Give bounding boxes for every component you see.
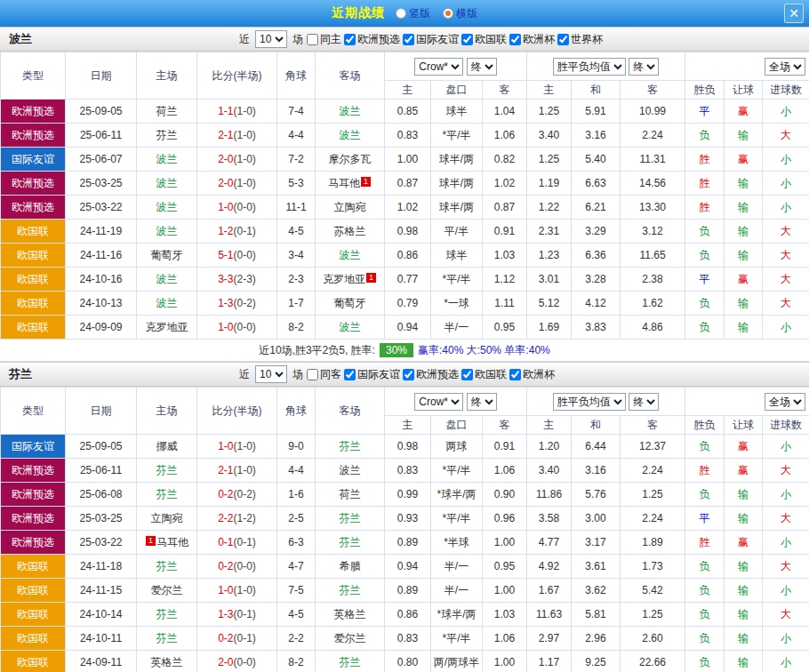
col-header-home: 主场 <box>137 388 197 435</box>
team-name-text: 芬兰 <box>156 560 178 572</box>
checkbox-input[interactable] <box>307 34 318 45</box>
team-bar: 波兰 近 10 场 同主欧洲预选国际友谊欧国联欧洲杯世界杯 <box>0 27 809 52</box>
filter-checkbox[interactable]: 欧国联 <box>461 32 507 47</box>
mean-draw-odds: 3.28 <box>572 268 621 292</box>
result-handicap: 输 <box>725 507 763 531</box>
checkbox-input[interactable] <box>509 369 521 380</box>
odds-selects-cell: Crow* 终 <box>385 52 527 81</box>
match-type-badge: 国际友谊 <box>1 435 66 459</box>
match-date: 25-03-25 <box>66 507 137 531</box>
result-win-draw-loss: 胜 <box>685 172 725 196</box>
match-score: 1-2(0-1) <box>197 220 277 244</box>
handicap-line: 平/半 <box>431 220 483 244</box>
filter-checkbox[interactable]: 同客 <box>307 367 341 382</box>
corner-count: 8-2 <box>277 651 316 672</box>
match-row: 欧国联24-10-14芬兰1-3(0-1)4-5英格兰0.86*球半/两1.03… <box>1 603 809 627</box>
match-date: 25-06-11 <box>66 459 137 483</box>
checkbox-label: 世界杯 <box>571 32 603 47</box>
close-button[interactable]: ✕ <box>784 4 804 23</box>
corner-count: 4-5 <box>277 603 316 627</box>
odds-source-select[interactable]: Crow* <box>414 58 463 76</box>
filter-checkbox[interactable]: 欧洲杯 <box>509 367 555 382</box>
checkbox-input[interactable] <box>344 369 356 380</box>
filter-checkbox[interactable]: 国际友谊 <box>344 367 400 382</box>
sub-header-let: 让球 <box>725 81 763 100</box>
match-row: 欧国联24-10-16波兰3-3(2-3)2-3克罗地亚10.77*平/半1.1… <box>1 268 809 292</box>
team-name-text: 摩尔多瓦 <box>329 153 372 165</box>
scope-select[interactable]: 全场 <box>765 393 805 411</box>
odds-time-select[interactable]: 终 <box>467 58 497 76</box>
checkbox-input[interactable] <box>403 369 414 380</box>
mean-away-odds: 2.24 <box>621 124 685 148</box>
checkbox-input[interactable] <box>403 34 414 45</box>
sub-header-odds-away: 客 <box>483 81 527 100</box>
away-team-cell: 荷兰 <box>316 483 385 507</box>
mean-home-odds: 1.25 <box>527 100 572 124</box>
recent-count-select[interactable]: 10 <box>255 30 287 48</box>
checkbox-input[interactable] <box>461 34 473 45</box>
filter-checkbox[interactable]: 国际友谊 <box>403 32 459 47</box>
filter-checkbox[interactable]: 欧国联 <box>461 367 507 382</box>
match-type-badge: 欧国联 <box>1 555 66 579</box>
handicap-line: 球半/两 <box>431 172 483 196</box>
mean-away-odds: 2.38 <box>621 268 685 292</box>
match-type-badge: 欧洲预选 <box>1 124 66 148</box>
handicap-line: *球半/两 <box>431 483 483 507</box>
checkbox-input[interactable] <box>509 34 521 45</box>
matches-table: 类型 日期 主场 比分(半场) 角球 客场 Crow* 终 胜平负均值 终 全场 <box>0 52 809 340</box>
result-goals: 小 <box>763 483 809 507</box>
summary-bar: 近10场,胜3平2负5, 胜率: 30% 赢率:40% 大:50% 单率:40% <box>0 340 809 362</box>
mean-time-select[interactable]: 终 <box>629 58 659 76</box>
filter-checkbox[interactable]: 欧洲杯 <box>509 32 555 47</box>
mean-away-odds: 1.62 <box>621 292 685 316</box>
col-header-home: 主场 <box>137 52 197 100</box>
sub-header-mean-home: 主 <box>527 81 572 100</box>
match-score: 2-0(1-0) <box>197 148 277 172</box>
radio-selected-icon[interactable] <box>443 8 453 19</box>
match-type-badge: 欧洲预选 <box>1 172 66 196</box>
match-date: 25-03-25 <box>66 172 137 196</box>
mean-select[interactable]: 胜平负均值 <box>553 393 626 411</box>
fulltime-score: 2-0 <box>218 177 233 189</box>
radio-unselected-icon[interactable] <box>396 8 406 19</box>
filter-checkbox[interactable]: 欧洲预选 <box>403 367 459 382</box>
mean-away-odds: 10.99 <box>621 100 685 124</box>
team-name-text: 芬兰 <box>340 512 361 524</box>
result-win-draw-loss: 胜 <box>685 531 725 555</box>
halftime-score: (0-0) <box>234 321 256 333</box>
mean-away-odds: 11.31 <box>621 148 685 172</box>
radio-vertical-label: 竖版 <box>409 6 430 21</box>
radio-horizontal-layout[interactable]: 横版 <box>443 6 477 21</box>
team-name-text: 克罗地亚 <box>323 273 365 285</box>
match-date: 25-06-07 <box>66 148 137 172</box>
mean-draw-odds: 2.96 <box>572 627 621 651</box>
match-type-badge: 欧国联 <box>1 627 66 651</box>
mean-home-odds: 3.58 <box>527 507 572 531</box>
corner-count: 4-4 <box>277 124 316 148</box>
matches-table: 类型 日期 主场 比分(半场) 角球 客场 Crow* 终 胜平负均值 终 全场 <box>0 387 809 672</box>
filter-checkbox[interactable]: 世界杯 <box>557 32 603 47</box>
home-team-cell: 1马耳他 <box>137 531 197 555</box>
checkbox-input[interactable] <box>557 34 569 45</box>
match-score: 1-3(0-2) <box>197 292 277 316</box>
filter-checkbox[interactable]: 同主 <box>307 32 341 47</box>
filter-checkbox[interactable]: 欧洲预选 <box>344 32 400 47</box>
mean-time-select[interactable]: 终 <box>629 393 659 411</box>
scope-select[interactable]: 全场 <box>765 58 805 76</box>
odds-time-select[interactable]: 终 <box>467 393 497 411</box>
result-goals: 小 <box>763 531 809 555</box>
checkbox-input[interactable] <box>344 34 356 45</box>
recent-count-select[interactable]: 10 <box>255 365 287 383</box>
away-team-cell: 波兰 <box>316 459 385 483</box>
away-odds: 0.87 <box>483 196 527 220</box>
near-label: 近 <box>239 367 250 382</box>
mean-draw-odds: 5.40 <box>572 148 621 172</box>
home-team-cell: 芬兰 <box>137 459 197 483</box>
mean-home-odds: 1.69 <box>527 316 572 340</box>
team-name-text: 立陶宛 <box>151 512 183 524</box>
odds-source-select[interactable]: Crow* <box>414 393 463 411</box>
checkbox-input[interactable] <box>307 369 318 380</box>
checkbox-input[interactable] <box>461 369 473 380</box>
radio-vertical-layout[interactable]: 竖版 <box>396 6 430 21</box>
mean-select[interactable]: 胜平负均值 <box>553 58 626 76</box>
